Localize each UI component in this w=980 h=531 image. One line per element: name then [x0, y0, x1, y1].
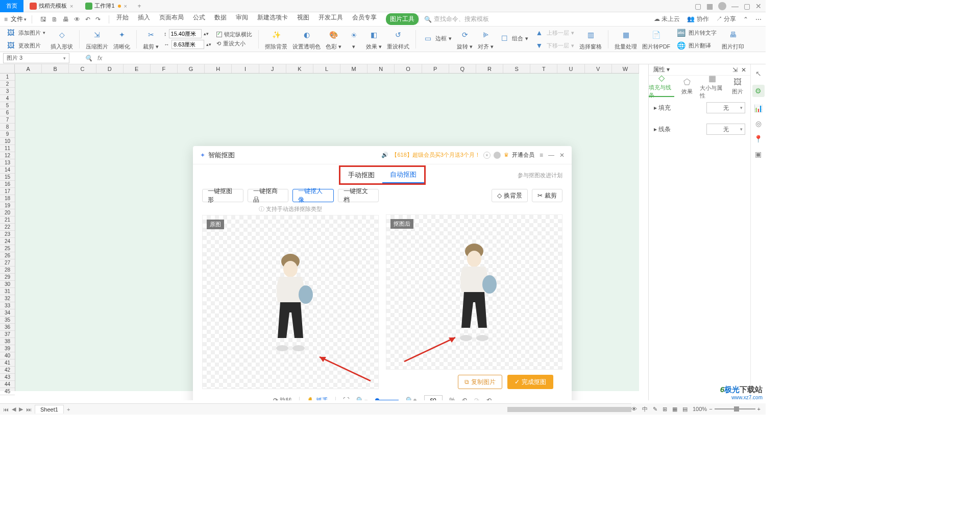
zoom-label[interactable]: 100%: [693, 406, 707, 412]
row-header[interactable]: 14: [0, 166, 15, 174]
zoom-out-icon[interactable]: 🔍−: [356, 397, 368, 400]
row-header[interactable]: 7: [0, 116, 15, 124]
reset-size[interactable]: ⟲重设大小: [216, 40, 252, 47]
row-header[interactable]: 32: [0, 295, 15, 302]
row-header[interactable]: 36: [0, 324, 15, 331]
bring-forward[interactable]: ▲上移一层 ▾: [533, 27, 574, 38]
save-icon[interactable]: 🖫: [40, 16, 46, 23]
tab-data[interactable]: 数据: [214, 13, 227, 25]
line-select[interactable]: 无: [706, 124, 745, 135]
row-header[interactable]: 30: [0, 281, 15, 288]
sharpen-picture[interactable]: ✦清晰化: [113, 28, 130, 51]
user-avatar[interactable]: [718, 2, 726, 10]
column-header[interactable]: C: [69, 64, 96, 73]
spreadsheet-grid[interactable]: ABCDEFGHIJKLMNOPQRSTUVW 1234567891011121…: [0, 64, 648, 400]
close-icon[interactable]: ×: [70, 3, 73, 9]
row-header[interactable]: 19: [0, 202, 15, 209]
column-header[interactable]: D: [96, 64, 124, 73]
column-header[interactable]: P: [422, 64, 449, 73]
add-picture[interactable]: 🖼添加图片 ▾: [5, 27, 45, 38]
maximize-icon[interactable]: ▢: [744, 2, 750, 10]
remove-bg[interactable]: ✨抠除背景: [265, 28, 287, 51]
redo-icon[interactable]: ↷: [95, 16, 101, 23]
row-header[interactable]: 6: [0, 109, 15, 116]
undo-icon[interactable]: ↶: [462, 397, 467, 400]
height-input[interactable]: [172, 40, 204, 49]
collab-button[interactable]: 👥 协作: [687, 15, 708, 23]
row-header[interactable]: 3: [0, 88, 15, 95]
row-header[interactable]: 28: [0, 267, 15, 274]
tab-member[interactable]: 会员专享: [352, 13, 377, 25]
column-header[interactable]: W: [612, 64, 639, 73]
insert-shape[interactable]: ◇插入形状: [51, 28, 73, 51]
tab-devtools[interactable]: 开发工具: [318, 13, 343, 25]
align-button[interactable]: ⫸对齐 ▾: [478, 28, 494, 51]
tab-review[interactable]: 审阅: [236, 13, 248, 25]
column-header[interactable]: K: [286, 64, 313, 73]
tab-picture[interactable]: 🖼图片: [725, 76, 750, 97]
row-header[interactable]: 17: [0, 188, 15, 195]
rotate-button[interactable]: ⟳旋转 ▾: [457, 28, 473, 51]
select-all-corner[interactable]: [0, 64, 15, 73]
tab-start[interactable]: 开始: [116, 13, 129, 25]
pin-tool-icon[interactable]: 📍: [754, 135, 763, 143]
expand-line[interactable]: ▸ 线条: [654, 125, 671, 134]
crop-button[interactable]: ✂裁剪 ▾: [143, 28, 159, 51]
lock-ratio[interactable]: 锁定纵横比: [216, 31, 252, 38]
name-box[interactable]: 图片 3▾: [3, 53, 69, 63]
column-header[interactable]: F: [151, 64, 178, 73]
minimize-icon[interactable]: —: [731, 2, 739, 10]
row-header[interactable]: 37: [0, 331, 15, 338]
row-header[interactable]: 5: [0, 102, 15, 109]
row-header[interactable]: 22: [0, 224, 15, 231]
zoom-in-icon[interactable]: +: [757, 406, 761, 412]
row-header[interactable]: 44: [0, 381, 15, 388]
fx-icon[interactable]: 🔍 fx: [85, 55, 102, 62]
row-header[interactable]: 34: [0, 309, 15, 317]
row-header[interactable]: 2: [0, 81, 15, 88]
member-link[interactable]: 开通会员: [512, 151, 534, 159]
zoom-out-icon[interactable]: −: [709, 406, 712, 412]
column-header[interactable]: G: [178, 64, 205, 73]
row-header[interactable]: 1: [0, 74, 15, 81]
menu-icon[interactable]: ≡: [540, 152, 543, 159]
cutout-shape-button[interactable]: 一键抠图形: [202, 189, 243, 202]
row-header[interactable]: 24: [0, 238, 15, 245]
tab-custom[interactable]: 新建选项卡: [257, 13, 288, 25]
column-header[interactable]: N: [368, 64, 395, 73]
border-button[interactable]: ▭边框 ▾: [422, 33, 452, 44]
column-header[interactable]: H: [205, 64, 232, 73]
feedback-link[interactable]: 参与抠图改进计划: [518, 172, 562, 179]
row-header[interactable]: 11: [0, 145, 15, 152]
column-header[interactable]: R: [476, 64, 503, 73]
cloud-status[interactable]: ☁ 未上云: [654, 15, 680, 23]
row-header[interactable]: 42: [0, 367, 15, 374]
row-header[interactable]: 25: [0, 245, 15, 252]
promo-text[interactable]: 【618】超级会员买3个月送3个月！: [391, 151, 480, 159]
row-header[interactable]: 39: [0, 345, 15, 352]
share-button[interactable]: ↗ 分享: [716, 15, 736, 23]
row-header[interactable]: 8: [0, 124, 15, 131]
width-input[interactable]: [169, 29, 202, 38]
chevron-up-icon[interactable]: ⌃: [743, 16, 748, 23]
column-header[interactable]: L: [313, 64, 340, 73]
row-header[interactable]: 43: [0, 374, 15, 381]
color-button[interactable]: 🎨色彩 ▾: [326, 28, 341, 51]
row-header[interactable]: 10: [0, 138, 15, 145]
tab-effect[interactable]: ⬠效果: [674, 76, 700, 97]
pic-to-text[interactable]: 🔤图片转文字: [675, 27, 717, 38]
column-header[interactable]: E: [124, 64, 151, 73]
apps-icon[interactable]: ▦: [706, 2, 713, 10]
column-header[interactable]: B: [42, 64, 69, 73]
settings-tool-icon[interactable]: ⚙: [752, 85, 765, 97]
tab-insert[interactable]: 插入: [138, 13, 150, 25]
column-header[interactable]: T: [530, 64, 557, 73]
column-header[interactable]: M: [340, 64, 368, 73]
row-header[interactable]: 9: [0, 131, 15, 138]
close-icon[interactable]: ✕: [559, 152, 565, 159]
row-header[interactable]: 45: [0, 388, 15, 395]
view-page-icon[interactable]: ▦: [672, 406, 677, 413]
first-sheet-icon[interactable]: ⏮: [3, 406, 9, 413]
zoom-slider[interactable]: [715, 408, 755, 409]
result-image[interactable]: 抠图后: [386, 214, 562, 370]
